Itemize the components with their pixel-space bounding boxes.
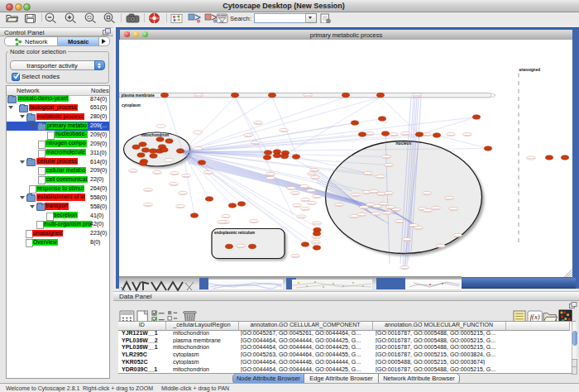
svg-text:Unk nd: Unk nd xyxy=(454,234,461,237)
svg-text:Unk nd: Unk nd xyxy=(205,171,212,174)
svg-text:Unk nd: Unk nd xyxy=(183,174,189,177)
svg-text:Unk nd: Unk nd xyxy=(351,215,357,218)
svg-text:Unk nd: Unk nd xyxy=(385,164,392,166)
svg-text:Unk nd: Unk nd xyxy=(237,245,244,247)
svg-text:Unk nd: Unk nd xyxy=(177,205,184,208)
svg-text:Unk nd: Unk nd xyxy=(223,215,229,218)
svg-text:Unk nd: Unk nd xyxy=(312,176,318,179)
svg-text:nucleus: nucleus xyxy=(396,141,412,146)
svg-text:Unk nd: Unk nd xyxy=(446,197,452,199)
svg-text:Unk nd: Unk nd xyxy=(245,134,251,136)
svg-text:Unk nd: Unk nd xyxy=(145,189,151,191)
svg-text:Unk nd: Unk nd xyxy=(384,212,390,214)
svg-text:Unk nd: Unk nd xyxy=(288,187,294,189)
svg-text:Unk nd: Unk nd xyxy=(385,192,392,194)
svg-text:Unk nd: Unk nd xyxy=(313,222,320,225)
svg-text:Unk nd: Unk nd xyxy=(309,202,315,204)
svg-text:Unk nd: Unk nd xyxy=(438,245,444,247)
svg-text:Unk nd: Unk nd xyxy=(252,141,259,144)
svg-text:Unk nd: Unk nd xyxy=(292,192,299,194)
svg-text:Unk nd: Unk nd xyxy=(528,157,534,160)
svg-text:Unk nd: Unk nd xyxy=(371,190,377,193)
svg-text:Unk nd: Unk nd xyxy=(292,255,299,257)
svg-text:Unk nd: Unk nd xyxy=(404,238,410,241)
svg-text:Unk nd: Unk nd xyxy=(366,132,373,135)
svg-text:Unk nd: Unk nd xyxy=(390,133,397,136)
svg-text:Unk nd: Unk nd xyxy=(304,94,311,97)
svg-text:mitochondrion: mitochondrion xyxy=(141,132,170,136)
svg-text:Unk nd: Unk nd xyxy=(255,122,261,124)
svg-text:Unk nd: Unk nd xyxy=(377,175,384,178)
svg-text:Unk nd: Unk nd xyxy=(313,241,319,244)
svg-text:Unk nd: Unk nd xyxy=(154,171,160,174)
svg-text:Unk nd: Unk nd xyxy=(363,191,370,194)
svg-text:plasma membrane: plasma membrane xyxy=(122,93,156,97)
svg-text:Unk nd: Unk nd xyxy=(374,205,380,208)
svg-text:endoplasmic reticulum: endoplasmic reticulum xyxy=(214,230,255,234)
svg-text:Unk nd: Unk nd xyxy=(383,155,390,158)
svg-text:Unk nd: Unk nd xyxy=(299,216,305,218)
svg-text:Unk nd: Unk nd xyxy=(302,208,309,210)
svg-text:Unk nd: Unk nd xyxy=(373,213,380,215)
svg-text:Unk nd: Unk nd xyxy=(171,172,178,174)
svg-text:Unk nd: Unk nd xyxy=(294,204,300,207)
svg-text:unassigned: unassigned xyxy=(519,68,541,72)
svg-text:Unk nd: Unk nd xyxy=(336,203,342,206)
svg-text:Unk nd: Unk nd xyxy=(361,206,367,208)
svg-text:Unk nd: Unk nd xyxy=(130,170,136,172)
svg-text:Unk nd: Unk nd xyxy=(401,266,408,269)
svg-text:Unk nd: Unk nd xyxy=(313,236,320,238)
svg-text:Unk nd: Unk nd xyxy=(464,133,471,136)
svg-text:cytoplasm: cytoplasm xyxy=(122,103,141,108)
svg-text:Unk nd: Unk nd xyxy=(393,208,400,211)
svg-text:Unk nd: Unk nd xyxy=(352,194,359,196)
svg-text:Unk nd: Unk nd xyxy=(280,129,287,131)
svg-text:Unk nd: Unk nd xyxy=(365,172,371,174)
svg-text:Unk nd: Unk nd xyxy=(302,198,309,201)
svg-text:Unk nd: Unk nd xyxy=(313,195,320,198)
svg-text:Unk nd: Unk nd xyxy=(414,94,420,97)
svg-text:Unk nd: Unk nd xyxy=(267,173,274,175)
svg-text:Unk nd: Unk nd xyxy=(145,203,151,206)
svg-text:Unk nd: Unk nd xyxy=(358,213,365,216)
svg-text:Unk nd: Unk nd xyxy=(267,177,274,179)
svg-text:Unk nd: Unk nd xyxy=(423,192,430,194)
svg-text:Unk nd: Unk nd xyxy=(423,133,430,136)
svg-text:Unk nd: Unk nd xyxy=(251,220,257,222)
svg-text:Unk nd: Unk nd xyxy=(378,193,385,195)
svg-text:Unk nd: Unk nd xyxy=(179,192,186,194)
svg-text:Unk nd: Unk nd xyxy=(415,227,422,229)
svg-text:Unk nd: Unk nd xyxy=(433,207,439,209)
svg-text:Unk nd: Unk nd xyxy=(424,209,431,212)
svg-text:Unk nd: Unk nd xyxy=(447,133,454,136)
svg-text:Unk nd: Unk nd xyxy=(380,203,387,205)
svg-text:Unk nd: Unk nd xyxy=(195,94,202,97)
svg-text:Unk nd: Unk nd xyxy=(402,132,409,135)
svg-text:Unk nd: Unk nd xyxy=(218,221,225,223)
svg-text:Unk nd: Unk nd xyxy=(308,189,314,192)
svg-text:Unk nd: Unk nd xyxy=(450,208,457,210)
svg-text:Unk nd: Unk nd xyxy=(311,169,318,171)
svg-text:Unk nd: Unk nd xyxy=(309,173,315,175)
svg-text:Unk nd: Unk nd xyxy=(170,183,177,185)
svg-text:Unk nd: Unk nd xyxy=(396,220,403,222)
svg-text:Unk nd: Unk nd xyxy=(301,185,308,188)
